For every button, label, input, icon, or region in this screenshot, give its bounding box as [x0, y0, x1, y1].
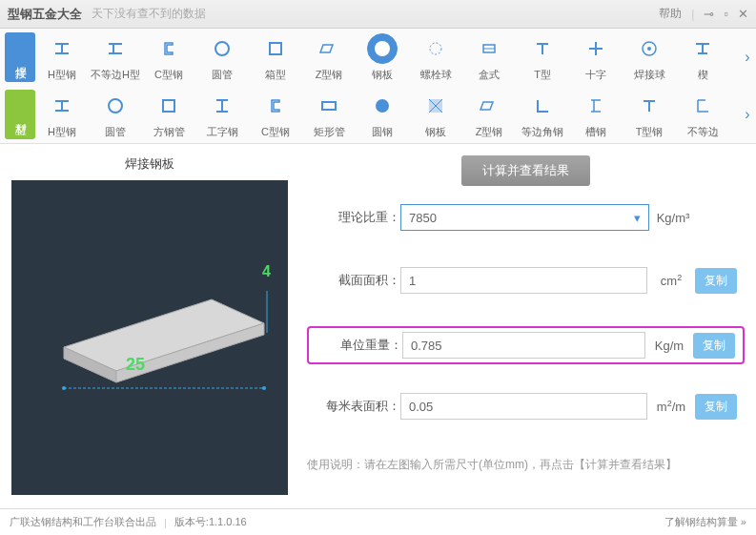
svg-point-18 [62, 386, 66, 390]
tool-H型钢[interactable]: H型钢 [35, 33, 89, 82]
shape-icon [527, 33, 558, 64]
svg-rect-1 [270, 43, 281, 54]
surface-input[interactable] [400, 393, 647, 420]
shape-icon [581, 91, 611, 121]
svg-point-19 [262, 386, 266, 390]
shape-icon [474, 91, 504, 121]
status-link[interactable]: 了解钢结构算量 » [664, 515, 746, 529]
tool-T型[interactable]: T型 [516, 33, 569, 82]
tool-方钢管[interactable]: 方钢管 [142, 91, 195, 139]
steel-plate-icon [367, 33, 398, 64]
shape-icon [153, 33, 184, 64]
preview-title: 焊接钢板 [11, 155, 288, 173]
shape-icon [314, 91, 344, 121]
shape-icon [367, 91, 398, 121]
dimension-width[interactable]: 4 [262, 263, 271, 280]
tool-楔[interactable]: 楔 [676, 33, 729, 82]
copy-weight-button[interactable]: 复制 [693, 333, 735, 359]
help-menu[interactable]: 帮助 [659, 6, 682, 22]
surface-label: 每米表面积： [315, 398, 400, 415]
svg-point-8 [109, 99, 122, 113]
svg-point-2 [375, 41, 390, 56]
row1-more-icon[interactable]: › [739, 49, 756, 66]
tool-槽钢[interactable]: 槽钢 [569, 91, 623, 139]
dimension-length[interactable]: 25 [126, 355, 145, 375]
shape-icon [100, 91, 131, 121]
tool-H型钢[interactable]: H型钢 [35, 91, 89, 139]
tool-钢板[interactable]: 钢板 [356, 33, 409, 82]
shape-icon [100, 33, 131, 64]
tool-盒式[interactable]: 盒式 [462, 33, 516, 82]
shape-icon [581, 33, 611, 64]
status-version: 版本号:1.1.0.16 [174, 515, 247, 529]
steel-plate-icon [11, 180, 288, 495]
app-subtitle: 天下没有查不到的数据 [92, 6, 206, 22]
svg-rect-10 [322, 102, 336, 110]
shape-icon [527, 91, 558, 121]
tool-圆钢[interactable]: 圆钢 [356, 91, 409, 139]
tool-C型钢[interactable]: C型钢 [249, 91, 302, 139]
shape-icon [207, 33, 237, 64]
tool-等边角钢[interactable]: 等边角钢 [516, 91, 569, 139]
shape-icon [153, 91, 184, 121]
weight-unit: Kg/m [645, 339, 693, 353]
tool-焊接球[interactable]: 焊接球 [623, 33, 676, 82]
minimize-icon[interactable]: ▫ [724, 7, 728, 21]
area-label: 截面面积： [315, 272, 400, 289]
tool-C型钢[interactable]: C型钢 [142, 33, 195, 82]
tool-T型钢[interactable]: T型钢 [623, 91, 676, 139]
shape-icon [260, 91, 291, 121]
titlebar: 型钢五金大全 天下没有查不到的数据 帮助 | ⊸ ▫ ✕ [0, 0, 756, 29]
shape-icon [314, 33, 344, 64]
calculate-button[interactable]: 计算并查看结果 [461, 155, 590, 186]
shape-icon [207, 91, 237, 121]
surface-unit: m2/m [647, 399, 695, 414]
category-profile[interactable]: 型材 [5, 90, 35, 139]
statusbar: 广联达钢结构和工作台联合出品 | 版本号:1.1.0.16 了解钢结构算量 » [0, 508, 756, 535]
shape-icon [47, 91, 77, 121]
preview-canvas[interactable]: 4 25 [11, 180, 288, 495]
pin-icon[interactable]: ⊸ [704, 7, 714, 21]
svg-point-3 [430, 43, 441, 54]
tool-钢板[interactable]: 钢板 [409, 91, 462, 139]
tool-箱型[interactable]: 箱型 [249, 33, 302, 82]
row2-more-icon[interactable]: › [739, 106, 756, 123]
tool-Z型钢[interactable]: Z型钢 [462, 91, 516, 139]
svg-point-11 [376, 99, 389, 113]
shape-icon [634, 91, 664, 121]
density-select[interactable]: 7850 [400, 204, 649, 231]
svg-point-0 [215, 42, 229, 55]
status-credit: 广联达钢结构和工作台联合出品 [10, 515, 156, 529]
copy-area-button[interactable]: 复制 [695, 268, 737, 294]
usage-hint: 使用说明：请在左图输入所需尺寸(单位mm)，再点击【计算并查看结果】 [307, 457, 745, 473]
svg-rect-9 [163, 100, 174, 112]
app-title: 型钢五金大全 [8, 6, 82, 23]
close-icon[interactable]: ✕ [738, 7, 748, 21]
density-unit: Kg/m³ [649, 211, 697, 225]
tool-不等边[interactable]: 不等边 [676, 91, 729, 139]
tool-圆管[interactable]: 圆管 [89, 91, 142, 139]
area-input[interactable] [400, 267, 647, 294]
shape-icon [687, 91, 718, 121]
shape-icon [47, 33, 77, 64]
tool-十字[interactable]: 十字 [569, 33, 623, 82]
tool-不等边H型[interactable]: 不等边H型 [89, 33, 142, 82]
shape-icon [420, 33, 451, 64]
shape-icon [474, 33, 504, 64]
weight-input[interactable] [402, 332, 645, 359]
shape-icon [420, 91, 451, 121]
shape-icon [634, 33, 664, 64]
tool-矩形管[interactable]: 矩形管 [302, 91, 356, 139]
weight-label: 单位重量： [317, 337, 402, 354]
svg-point-7 [647, 47, 651, 51]
tool-Z型钢[interactable]: Z型钢 [302, 33, 356, 82]
tool-工字钢[interactable]: 工字钢 [195, 91, 249, 139]
copy-surface-button[interactable]: 复制 [695, 394, 737, 420]
area-unit: cm2 [647, 273, 695, 288]
shape-icon [260, 33, 291, 64]
density-label: 理论比重： [315, 209, 400, 226]
tool-螺栓球[interactable]: 螺栓球 [409, 33, 462, 82]
tool-圆管[interactable]: 圆管 [195, 33, 249, 82]
category-welding[interactable]: 焊接 [5, 32, 35, 82]
shape-icon [687, 33, 718, 64]
